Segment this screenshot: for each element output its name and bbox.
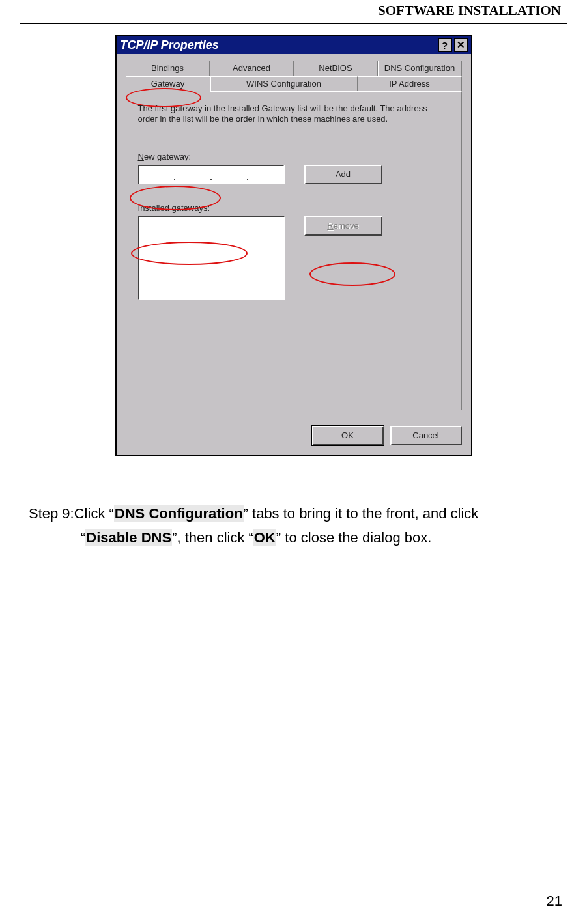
header-rule bbox=[20, 23, 567, 24]
help-button[interactable]: ? bbox=[438, 38, 452, 52]
add-button[interactable]: Add bbox=[304, 165, 382, 184]
new-gateway-label: New gateway: bbox=[138, 152, 192, 161]
tab-netbios[interactable]: NetBIOS bbox=[294, 61, 378, 76]
close-button[interactable]: ✕ bbox=[454, 38, 468, 52]
step-text-part: ”, then click “ bbox=[172, 529, 253, 546]
tabs-row-front: Gateway WINS Configuration IP Address bbox=[126, 76, 462, 92]
tab-wins-configuration[interactable]: WINS Configuration bbox=[210, 76, 358, 92]
tab-dns-configuration[interactable]: DNS Configuration bbox=[378, 61, 462, 76]
cancel-button[interactable]: Cancel bbox=[390, 426, 462, 445]
tcpip-properties-dialog: TCP/IP Properties ? ✕ Bindings Advanced … bbox=[115, 35, 472, 456]
installed-gateways-label: Installed gateways: bbox=[138, 203, 210, 213]
gateway-help-text: The first gateway in the Installed Gatew… bbox=[138, 104, 450, 125]
step-text-part: ” tabs to bring it to the front, and cli… bbox=[244, 505, 479, 522]
dialog-titlebar[interactable]: TCP/IP Properties ? ✕ bbox=[117, 36, 471, 54]
step-text-part: Step 9:Click “ bbox=[29, 505, 114, 522]
ok-button[interactable]: OK bbox=[312, 426, 384, 445]
highlight-dns-configuration: DNS Configuration bbox=[114, 505, 244, 522]
tab-bindings[interactable]: Bindings bbox=[126, 61, 210, 76]
remove-button[interactable]: Remove bbox=[304, 216, 382, 236]
tab-ip-address[interactable]: IP Address bbox=[358, 76, 462, 92]
step-text-part: ” to close the dialog box. bbox=[276, 529, 431, 546]
instruction-step-9: Step 9:Click “DNS Configuration” tabs to… bbox=[29, 501, 561, 550]
highlight-disable-dns: Disable DNS bbox=[85, 529, 172, 546]
new-gateway-input[interactable] bbox=[138, 165, 285, 184]
dialog-title: TCP/IP Properties bbox=[121, 38, 436, 52]
gateway-tab-panel: The first gateway in the Installed Gatew… bbox=[126, 91, 462, 410]
installed-gateways-list[interactable] bbox=[138, 216, 285, 300]
page-number: 21 bbox=[547, 893, 562, 910]
highlight-ok: OK bbox=[253, 529, 276, 546]
tabs-row-back: Bindings Advanced NetBIOS DNS Configurat… bbox=[126, 61, 462, 76]
page-header: SOFTWARE INSTALLATION bbox=[20, 0, 567, 23]
tab-advanced[interactable]: Advanced bbox=[210, 61, 294, 76]
tab-gateway[interactable]: Gateway bbox=[126, 76, 210, 92]
dialog-footer: OK Cancel bbox=[117, 419, 471, 455]
